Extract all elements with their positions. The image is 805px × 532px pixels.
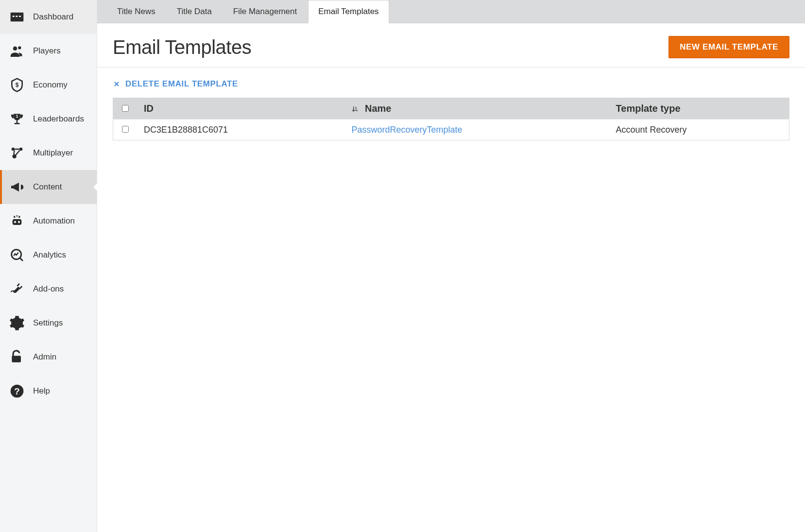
tab-label: Email Templates [318, 7, 378, 17]
svg-point-15 [18, 221, 20, 223]
sidebar-item-label: Content [33, 182, 62, 192]
robot-icon [8, 212, 26, 230]
sidebar-item-players[interactable]: Players [0, 34, 97, 68]
sidebar-item-label: Dashboard [33, 12, 73, 22]
sidebar-item-admin[interactable]: Admin [0, 340, 97, 374]
svg-text:$: $ [16, 82, 19, 88]
sidebar-item-content[interactable]: Content [0, 170, 97, 204]
tab-title-data[interactable]: Title Data [167, 0, 222, 23]
row-type: Account Recovery [609, 120, 789, 140]
sidebar-item-leaderboards[interactable]: 1 Leaderboards [0, 102, 97, 136]
row-id: DC3E1B28881C6071 [137, 120, 344, 140]
tab-label: Title Data [177, 7, 212, 17]
sidebar-item-label: Players [33, 46, 61, 56]
row-checkbox[interactable] [122, 126, 129, 133]
svg-rect-21 [19, 286, 23, 289]
svg-rect-1 [13, 16, 15, 17]
gear-icon [8, 314, 26, 332]
sidebar: Dashboard Players $ Economy 1 Leaderboar… [0, 0, 97, 532]
svg-rect-22 [12, 356, 21, 362]
help-icon: ? [8, 382, 26, 400]
svg-rect-26 [355, 108, 357, 109]
tab-email-templates[interactable]: Email Templates [308, 0, 389, 23]
tab-label: Title News [117, 7, 155, 17]
sidebar-item-label: Automation [33, 216, 75, 226]
svg-rect-13 [13, 219, 22, 225]
tab-label: File Management [233, 7, 297, 17]
sort-asc-icon [351, 105, 359, 113]
players-icon [8, 42, 26, 60]
sidebar-item-economy[interactable]: $ Economy [0, 68, 97, 102]
template-name-link[interactable]: PasswordRecoveryTemplate [351, 125, 462, 135]
multiplayer-icon [8, 144, 26, 162]
sidebar-item-dashboard[interactable]: Dashboard [0, 0, 97, 34]
sidebar-item-label: Leaderboards [33, 114, 84, 124]
svg-point-4 [13, 46, 17, 51]
sidebar-item-label: Add-ons [33, 284, 64, 294]
column-label: Template type [616, 103, 681, 114]
sidebar-item-multiplayer[interactable]: Multiplayer [0, 136, 97, 170]
new-email-template-button[interactable]: NEW EMAIL TEMPLATE [668, 36, 789, 58]
row-checkbox-cell [113, 120, 137, 140]
svg-rect-7 [17, 120, 18, 123]
svg-point-10 [12, 148, 15, 151]
tab-file-management[interactable]: File Management [223, 0, 307, 23]
svg-rect-27 [355, 110, 358, 111]
email-templates-table: ID Name Template type DC3E1B28881C6071 [113, 98, 789, 140]
column-template-type[interactable]: Template type [609, 98, 789, 120]
svg-text:?: ? [14, 386, 19, 396]
close-icon [113, 80, 120, 88]
sidebar-item-label: Settings [33, 318, 63, 328]
sidebar-item-automation[interactable]: Automation [0, 204, 97, 238]
svg-rect-16 [14, 216, 15, 218]
svg-rect-25 [355, 107, 357, 107]
table-row: DC3E1B28881C6071 PasswordRecoveryTemplat… [113, 120, 789, 140]
sidebar-item-analytics[interactable]: Analytics [0, 238, 97, 272]
column-name[interactable]: Name [344, 98, 609, 120]
svg-rect-2 [16, 16, 17, 17]
plug-icon [8, 280, 26, 298]
column-checkbox [113, 98, 137, 120]
main: Title News Title Data File Management Em… [97, 0, 805, 532]
economy-icon: $ [8, 76, 26, 94]
analytics-icon [8, 246, 26, 264]
page-title: Email Templates [113, 36, 251, 58]
svg-rect-20 [17, 283, 20, 287]
svg-rect-18 [18, 216, 20, 218]
lock-open-icon [8, 348, 26, 366]
svg-point-14 [14, 221, 16, 223]
column-label: ID [144, 103, 154, 114]
delete-action-label: DELETE EMAIL TEMPLATE [125, 79, 238, 89]
sidebar-item-label: Multiplayer [33, 148, 73, 158]
svg-text:1: 1 [16, 114, 18, 119]
svg-point-11 [19, 148, 23, 151]
sidebar-item-label: Analytics [33, 250, 66, 260]
content: Email Templates NEW EMAIL TEMPLATE DELET… [97, 23, 805, 532]
sidebar-item-label: Help [33, 386, 50, 396]
megaphone-icon [8, 178, 26, 196]
svg-marker-17 [17, 215, 18, 218]
sidebar-item-label: Economy [33, 80, 68, 90]
table-header-row: ID Name Template type [113, 98, 789, 120]
delete-email-template-action[interactable]: DELETE EMAIL TEMPLATE [113, 79, 238, 89]
dashboard-icon [8, 8, 26, 26]
divider [97, 67, 805, 68]
column-label: Name [365, 103, 391, 114]
row-name-cell: PasswordRecoveryTemplate [344, 120, 609, 140]
sidebar-item-settings[interactable]: Settings [0, 306, 97, 340]
svg-rect-3 [19, 16, 21, 17]
sidebar-item-help[interactable]: ? Help [0, 374, 97, 408]
svg-point-5 [18, 46, 21, 49]
sidebar-item-label: Admin [33, 352, 56, 362]
sidebar-item-addons[interactable]: Add-ons [0, 272, 97, 306]
tab-title-news[interactable]: Title News [107, 0, 166, 23]
column-id[interactable]: ID [137, 98, 344, 120]
trophy-icon: 1 [8, 110, 26, 128]
tabbar: Title News Title Data File Management Em… [97, 0, 805, 23]
header-row: Email Templates NEW EMAIL TEMPLATE [113, 36, 789, 58]
select-all-checkbox[interactable] [122, 105, 129, 112]
svg-rect-8 [15, 123, 20, 124]
